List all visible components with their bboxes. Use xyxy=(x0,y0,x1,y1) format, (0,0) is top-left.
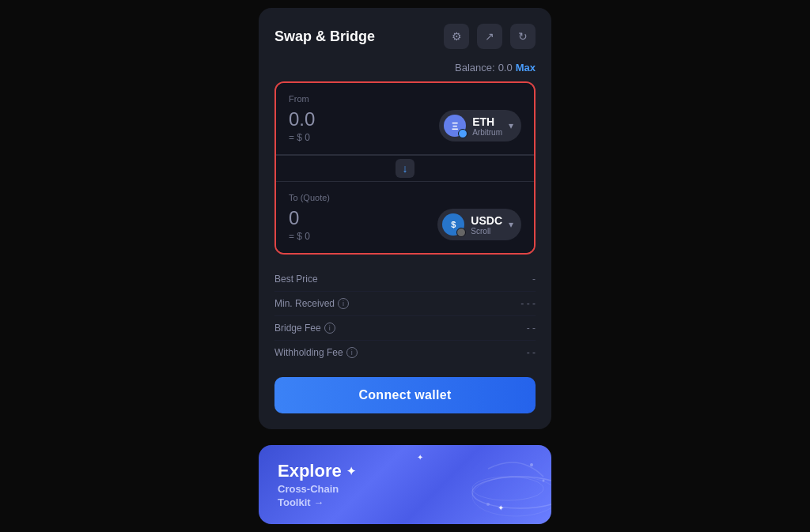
to-token-chain: Scroll xyxy=(471,227,490,236)
from-usd: = $ 0 xyxy=(289,132,315,143)
to-token-selector[interactable]: $ USDC Scroll ▾ xyxy=(437,209,521,240)
balance-max-button[interactable]: Max xyxy=(516,62,536,74)
balance-value: 0.0 xyxy=(498,62,513,74)
best-price-row: Best Price - xyxy=(274,267,536,292)
settings-icon: ⚙ xyxy=(452,30,462,43)
bridge-fee-value: - - xyxy=(527,323,536,334)
eth-chain-badge xyxy=(458,129,467,138)
swap-arrow-container: ↓ xyxy=(276,155,534,182)
swap-bridge-card: Swap & Bridge ⚙ ↗ ↻ Balance: 0.0 Max Fro… xyxy=(259,8,551,429)
banner-title: Explore ✦ xyxy=(278,461,356,481)
from-amount-group: 0.0 = $ 0 xyxy=(289,108,315,143)
to-label: To (Quote) xyxy=(289,193,521,202)
to-usd: = $ 0 xyxy=(289,231,310,242)
share-button[interactable]: ↗ xyxy=(477,24,502,49)
share-icon: ↗ xyxy=(485,30,494,43)
to-amount-group: 0 = $ 0 xyxy=(289,207,310,242)
sparkle-icon-2: ✦ xyxy=(498,504,504,512)
explore-banner[interactable]: ✦ ✦ Explore ✦ Cross-Chain Toolkit → xyxy=(259,445,551,524)
svg-point-4 xyxy=(543,480,545,482)
withholding-fee-info-icon[interactable]: i xyxy=(346,347,358,358)
min-received-value: - - - xyxy=(520,298,536,309)
from-token-info: ETH Arbitrum xyxy=(472,115,502,137)
from-field-content: 0.0 = $ 0 Ξ ETH Arbitrum ▾ xyxy=(289,108,521,143)
header-icons: ⚙ ↗ ↻ xyxy=(444,24,536,49)
banner-subtitle-line1: Cross-Chain xyxy=(278,483,356,495)
from-token-chain: Arbitrum xyxy=(472,128,502,137)
svg-point-1 xyxy=(472,477,543,500)
bridge-fee-label: Bridge Fee i xyxy=(274,323,335,334)
from-field: From 0.0 = $ 0 Ξ ETH Arbitrum ▾ xyxy=(276,83,534,155)
banner-subtitle-line2: Toolkit → xyxy=(278,496,356,508)
to-field-content: 0 = $ 0 $ USDC Scroll ▾ xyxy=(289,207,521,242)
svg-point-5 xyxy=(486,503,490,506)
refresh-icon: ↻ xyxy=(518,30,528,43)
from-token-name: ETH xyxy=(472,115,494,128)
connect-wallet-button[interactable]: Connect wallet xyxy=(274,377,536,413)
to-amount: 0 xyxy=(289,207,310,229)
from-label: From xyxy=(289,94,521,104)
to-field: To (Quote) 0 = $ 0 $ USDC Scroll ▾ xyxy=(276,182,534,253)
banner-text: Explore ✦ Cross-Chain Toolkit → xyxy=(278,461,356,508)
usdc-token-icon: $ xyxy=(442,213,464,236)
sparkle-icon-1: ✦ xyxy=(417,453,423,462)
swap-fields-container: From 0.0 = $ 0 Ξ ETH Arbitrum ▾ xyxy=(274,81,536,255)
from-chevron-icon: ▾ xyxy=(509,120,513,131)
balance-row: Balance: 0.0 Max xyxy=(274,62,536,74)
eth-token-icon: Ξ xyxy=(444,115,466,137)
to-chevron-icon: ▾ xyxy=(509,219,513,230)
withholding-fee-value: - - xyxy=(527,347,536,358)
to-token-name: USDC xyxy=(471,214,502,227)
settings-button[interactable]: ⚙ xyxy=(444,24,469,49)
usdc-chain-badge xyxy=(456,228,466,237)
card-title: Swap & Bridge xyxy=(274,28,375,45)
min-received-label: Min. Received i xyxy=(274,298,349,309)
arrow-down-icon: ↓ xyxy=(403,162,408,175)
svg-point-0 xyxy=(472,477,551,508)
refresh-button[interactable]: ↻ xyxy=(510,24,536,49)
info-rows: Best Price - Min. Received i - - - Bridg… xyxy=(274,267,536,364)
balance-label: Balance: xyxy=(455,62,495,74)
from-token-selector[interactable]: Ξ ETH Arbitrum ▾ xyxy=(439,110,521,141)
from-amount: 0.0 xyxy=(289,108,315,130)
svg-point-3 xyxy=(530,463,533,466)
best-price-label: Best Price xyxy=(274,274,318,285)
withholding-fee-row: Withholding Fee i - - xyxy=(274,341,536,364)
min-received-row: Min. Received i - - - xyxy=(274,292,536,316)
bridge-fee-row: Bridge Fee i - - xyxy=(274,316,536,341)
swap-direction-arrow[interactable]: ↓ xyxy=(396,159,414,178)
min-received-info-icon[interactable]: i xyxy=(338,298,349,309)
card-header: Swap & Bridge ⚙ ↗ ↻ xyxy=(274,24,536,49)
bridge-fee-info-icon[interactable]: i xyxy=(324,323,335,334)
best-price-value: - xyxy=(532,274,536,285)
to-token-info: USDC Scroll xyxy=(471,214,502,236)
withholding-fee-label: Withholding Fee i xyxy=(274,347,358,358)
